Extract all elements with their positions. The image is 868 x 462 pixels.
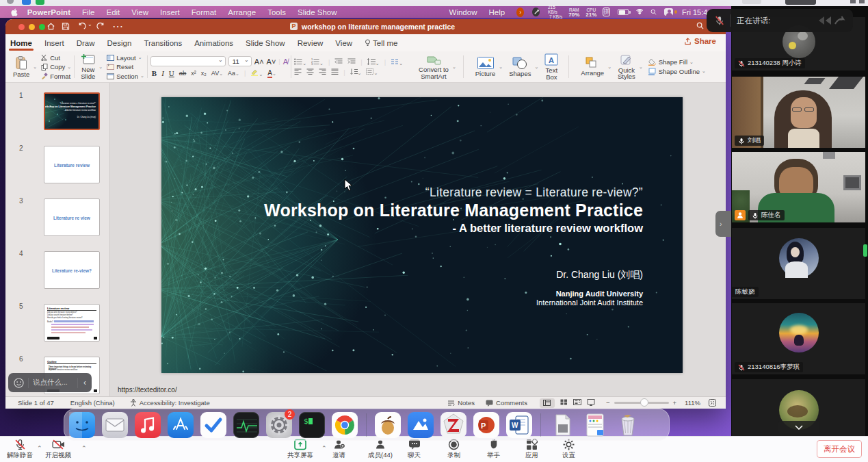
menulet-dark-icon[interactable] — [532, 8, 540, 16]
menulet-orange-icon[interactable]: › — [516, 8, 524, 17]
participant-tile-4[interactable]: 陈敏娆 — [732, 228, 865, 299]
chat-input-placeholder[interactable]: 说点什么... — [33, 378, 73, 387]
subscript-button[interactable]: x₂ — [201, 70, 207, 77]
dock-appstore-icon[interactable] — [168, 412, 194, 438]
normal-view-button[interactable] — [540, 398, 555, 408]
menu-file[interactable]: File — [82, 8, 95, 16]
dock-mail-icon[interactable] — [102, 412, 128, 438]
underline-button[interactable]: U — [169, 69, 174, 77]
meeting-logo-icon[interactable] — [817, 15, 846, 26]
home-icon[interactable] — [47, 22, 55, 31]
participant-tile-5[interactable]: 213140816李梦琪 — [732, 303, 865, 374]
emoji-icon[interactable] — [14, 378, 24, 388]
slide-sorter-view-button[interactable] — [560, 399, 568, 407]
thumbnail-slide-1[interactable]: “Literature review = Literature re-view?… — [44, 92, 100, 130]
close-button[interactable] — [18, 24, 25, 30]
dock-settings-icon[interactable]: 2 — [266, 412, 292, 438]
minimize-button[interactable] — [29, 24, 35, 30]
font-size-select[interactable]: 11 — [228, 56, 252, 66]
text-direction-button[interactable]: ⌄ — [350, 68, 362, 76]
participant-tile-6[interactable] — [732, 379, 865, 436]
layout-button[interactable]: Layout⌄ — [107, 54, 144, 62]
justify-button[interactable] — [331, 68, 339, 76]
members-control[interactable]: 成员(44) — [368, 439, 393, 460]
zoom-in-button[interactable]: + — [673, 399, 677, 407]
line-spacing-button[interactable]: ⌄ — [367, 58, 380, 66]
columns-button[interactable]: ⌄ — [391, 58, 403, 66]
unmute-control[interactable]: 解除静音 — [7, 439, 33, 460]
reading-view-button[interactable] — [573, 399, 581, 407]
dock-word-icon[interactable]: W — [506, 412, 532, 438]
numbering-button[interactable]: 123⌄ — [311, 58, 324, 66]
fit-slide-button[interactable] — [709, 399, 716, 407]
dock-acorn-icon[interactable] — [375, 412, 401, 438]
dock-terminal-icon[interactable]: $ — [299, 412, 325, 438]
cut-button[interactable]: Cut — [41, 54, 71, 62]
save-icon[interactable] — [62, 22, 70, 31]
tab-review[interactable]: Review — [298, 39, 324, 47]
zoom-out-button[interactable]: − — [606, 399, 610, 407]
convert-smartart-button[interactable]: Convert to SmartArt — [415, 53, 452, 81]
slide-counter[interactable]: Slide 1 of 47 — [18, 399, 54, 407]
undo-dropdown-chevron[interactable]: ⌄ — [88, 21, 92, 27]
participant-tile-2[interactable]: 刘唱 — [732, 77, 865, 148]
undo-icon[interactable] — [77, 22, 86, 31]
tab-view[interactable]: View — [335, 39, 352, 47]
menulet-network[interactable]: 215 KB/s7 KB/s — [548, 5, 562, 19]
superscript-button[interactable]: x² — [191, 70, 196, 77]
tab-insert[interactable]: Insert — [44, 39, 64, 47]
dock-documents-stack[interactable] — [549, 412, 575, 438]
share-options-chevron[interactable]: ⌃ — [321, 445, 327, 452]
dock-powerpoint-icon[interactable]: P — [473, 412, 499, 438]
quick-styles-button[interactable]: Quick Styles — [614, 53, 639, 81]
dock-trash-icon[interactable] — [615, 412, 641, 438]
dock-zotero-icon[interactable] — [440, 412, 466, 438]
font-color-button[interactable]: A⌄ — [267, 69, 276, 77]
user-menu-icon[interactable] — [664, 8, 673, 16]
dock-chrome-icon[interactable] — [332, 412, 358, 438]
chat-collapse-chevron[interactable]: ‹ — [83, 378, 86, 387]
tab-home[interactable]: Home — [10, 39, 32, 47]
chat-quick-bubble[interactable]: 说点什么... ‹ — [8, 373, 92, 392]
textbox-button[interactable]: A Text Box — [541, 52, 562, 81]
video-control[interactable]: 开启视频 — [45, 439, 71, 460]
align-center-button[interactable] — [306, 68, 314, 76]
redo-icon[interactable] — [96, 22, 105, 31]
menu-insert[interactable]: Insert — [160, 8, 180, 16]
shape-fill-button[interactable]: Shape Fill⌄ — [648, 58, 706, 66]
apps-control[interactable]: 应用 — [525, 439, 538, 460]
tab-transitions[interactable]: Transitions — [144, 39, 182, 47]
titlebar-search-icon[interactable] — [696, 22, 704, 29]
unmute-options-chevron[interactable]: ⌃ — [37, 445, 42, 452]
zoom-button[interactable] — [39, 24, 45, 30]
menu-edit[interactable]: Edit — [107, 8, 120, 16]
italic-button[interactable]: I — [161, 69, 164, 77]
section-button[interactable]: Section⌄ — [107, 73, 144, 80]
dock-music-icon[interactable] — [135, 412, 161, 438]
char-spacing-button[interactable]: A︎V⌄ — [211, 70, 223, 77]
dock-activity-monitor-icon[interactable] — [233, 412, 259, 438]
thumbnail-slide-5[interactable]: Literature review Did you write literatu… — [44, 304, 100, 342]
menulet-ram[interactable]: RAM70% — [568, 8, 579, 17]
tab-draw[interactable]: Draw — [77, 39, 95, 47]
outdent-button[interactable] — [334, 58, 343, 66]
dock-things-icon[interactable] — [200, 412, 226, 438]
arrange-button[interactable]: Arrange — [577, 55, 607, 78]
menu-arrange[interactable]: Arrange — [228, 8, 256, 16]
sidebar-collapse-handle[interactable]: › — [715, 211, 731, 237]
shapes-button[interactable]: Shapes — [505, 55, 534, 79]
dock-finder-icon[interactable] — [69, 412, 95, 438]
new-slide-button[interactable]: New Slide — [77, 53, 98, 81]
comments-button[interactable]: Comments — [496, 399, 527, 407]
scroll-more-participants-button[interactable] — [778, 421, 819, 433]
menubar-clock[interactable]: Fri 15:4 — [682, 8, 708, 16]
leave-meeting-button[interactable]: 离开会议 — [817, 440, 862, 458]
zoom-level[interactable]: 111% — [685, 399, 700, 407]
change-case-button[interactable]: Aa⌄ — [228, 70, 239, 77]
menu-tools[interactable]: Tools — [267, 8, 286, 16]
clear-format-button[interactable]: A̸ — [283, 57, 288, 66]
copy-button[interactable]: Copy⌄ — [41, 63, 71, 70]
current-slide-canvas[interactable]: “Literature review = Literature re-view?… — [161, 97, 683, 373]
menu-window[interactable]: Window — [449, 8, 477, 16]
align-text-button[interactable]: ⌄ — [366, 68, 378, 76]
